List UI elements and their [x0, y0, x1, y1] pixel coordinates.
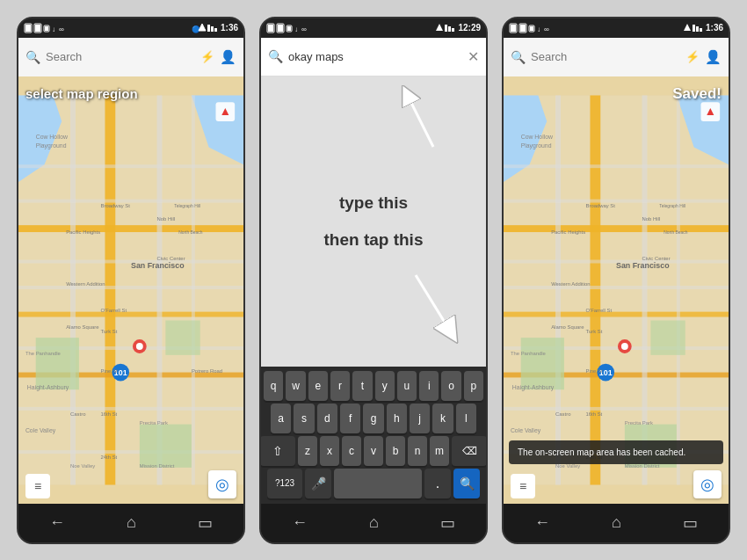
back-btn-middle[interactable]: ← — [292, 513, 308, 532]
key-c[interactable]: c — [342, 436, 361, 466]
key-l[interactable]: l — [456, 404, 476, 433]
search-input-right[interactable] — [531, 50, 680, 63]
key-h[interactable]: h — [387, 404, 407, 433]
key-k[interactable]: k — [432, 404, 453, 433]
svg-rect-11 — [207, 25, 210, 32]
map-overlay-label-left: select map region — [25, 85, 138, 103]
key-d[interactable]: d — [317, 404, 337, 433]
svg-text:↓: ↓ — [537, 25, 540, 33]
svg-rect-87 — [696, 26, 699, 32]
svg-text:Pacific Heights: Pacific Heights — [551, 229, 585, 235]
filter-icon-left: ⚡ — [200, 50, 214, 63]
svg-rect-66 — [278, 25, 283, 32]
main-container: ↓ ∞ 🔵 1:36 🔍 ⚡ 👤 — [0, 0, 747, 560]
svg-rect-68 — [287, 26, 291, 31]
svg-rect-73 — [448, 26, 451, 32]
key-q[interactable]: q — [264, 371, 283, 401]
key-g[interactable]: g — [363, 404, 383, 433]
svg-rect-86 — [693, 25, 695, 32]
home-btn-left[interactable]: ⌂ — [127, 513, 136, 532]
key-x[interactable]: x — [320, 436, 339, 466]
svg-text:▲: ▲ — [220, 105, 232, 118]
key-b[interactable]: b — [386, 436, 405, 466]
svg-text:Nob Hill: Nob Hill — [157, 216, 176, 222]
svg-text:Castro: Castro — [555, 411, 571, 416]
my-location-btn-right[interactable]: ◎ — [693, 470, 722, 498]
svg-text:Broadway St: Broadway St — [101, 203, 131, 208]
menu-btn-left[interactable]: ≡ — [25, 474, 50, 498]
svg-text:Turk St: Turk St — [586, 329, 603, 334]
status-icons-right: ↓ ∞ — [509, 22, 562, 34]
svg-rect-1 — [25, 25, 31, 32]
phone-left: ↓ ∞ 🔵 1:36 🔍 ⚡ 👤 — [17, 17, 245, 544]
my-location-btn-left[interactable]: ◎ — [208, 470, 236, 498]
svg-rect-29 — [36, 338, 79, 389]
key-t[interactable]: t — [352, 371, 372, 401]
bottom-nav-left: ← ⌂ ▭ — [18, 504, 243, 542]
key-r[interactable]: r — [330, 371, 350, 401]
svg-text:16th St: 16th St — [101, 411, 118, 416]
search-icon-middle: 🔍 — [268, 49, 283, 63]
key-f[interactable]: f — [340, 404, 360, 433]
svg-rect-74 — [452, 28, 454, 32]
svg-text:Turk St: Turk St — [101, 329, 118, 334]
svg-text:Cow Hollow: Cow Hollow — [36, 133, 68, 139]
svg-text:∞: ∞ — [301, 25, 307, 33]
svg-rect-102 — [504, 406, 729, 410]
svg-text:Cow Hollow: Cow Hollow — [521, 133, 553, 139]
key-backspace[interactable]: ⌫ — [452, 436, 487, 466]
search-input-middle[interactable] — [288, 50, 462, 63]
recents-btn-left[interactable]: ▭ — [198, 513, 213, 533]
key-shift[interactable]: ⇧ — [260, 436, 295, 466]
svg-rect-80 — [520, 25, 526, 32]
key-o[interactable]: o — [441, 371, 461, 401]
search-icon-left: 🔍 — [25, 50, 40, 64]
search-input-left[interactable] — [46, 50, 195, 63]
home-btn-middle[interactable]: ⌂ — [369, 513, 379, 532]
svg-text:The Panhandle: The Panhandle — [511, 350, 547, 355]
saved-label-right: Saved! — [672, 85, 722, 103]
arrow-down-annotation — [398, 266, 468, 349]
status-bar-left: ↓ ∞ 🔵 1:36 — [18, 18, 243, 38]
key-e[interactable]: e — [308, 371, 328, 401]
key-a[interactable]: a — [271, 404, 291, 433]
key-v[interactable]: v — [364, 436, 383, 466]
key-space[interactable] — [334, 469, 422, 498]
back-btn-left[interactable]: ← — [49, 513, 65, 532]
svg-rect-12 — [211, 26, 214, 32]
key-m[interactable]: m — [430, 436, 449, 466]
key-mic[interactable]: 🎤 — [305, 469, 331, 498]
svg-rect-5 — [45, 26, 48, 31]
key-period[interactable]: . — [424, 469, 451, 498]
key-y[interactable]: y — [375, 371, 395, 401]
svg-text:24th St: 24th St — [101, 455, 118, 460]
search-bar-left[interactable]: 🔍 ⚡ 👤 — [18, 38, 243, 76]
key-j[interactable]: j — [410, 404, 430, 433]
svg-rect-90 — [590, 95, 600, 484]
svg-rect-13 — [214, 28, 217, 32]
key-s[interactable]: s — [294, 404, 314, 433]
svg-text:Alamo Square: Alamo Square — [551, 324, 584, 330]
home-btn-right[interactable]: ⌂ — [612, 513, 621, 532]
svg-text:Telegraph Hill: Telegraph Hill — [659, 204, 685, 208]
key-u[interactable]: u — [397, 371, 417, 401]
menu-btn-right[interactable]: ≡ — [511, 474, 535, 498]
svg-rect-78 — [511, 25, 516, 32]
back-btn-right[interactable]: ← — [534, 513, 550, 532]
search-bar-middle[interactable]: 🔍 ✕ — [261, 38, 486, 76]
key-z[interactable]: z — [298, 436, 317, 466]
search-bar-right[interactable]: 🔍 ⚡ 👤 — [504, 38, 729, 76]
key-n[interactable]: n — [408, 436, 427, 466]
key-search[interactable]: 🔍 — [453, 469, 480, 498]
key-i[interactable]: i — [419, 371, 439, 401]
key-w[interactable]: w — [286, 371, 305, 401]
svg-text:Western Addition: Western Addition — [551, 281, 590, 287]
recents-btn-right[interactable]: ▭ — [683, 513, 698, 533]
recents-btn-middle[interactable]: ▭ — [440, 513, 455, 533]
status-bar-middle: ↓ ∞ 12:29 — [261, 18, 486, 38]
svg-text:Pacific Heights: Pacific Heights — [66, 229, 100, 235]
key-p[interactable]: p — [464, 371, 483, 401]
clear-icon-middle[interactable]: ✕ — [468, 48, 479, 65]
then-tap-label: then tap this — [324, 230, 424, 250]
key-num[interactable]: ?123 — [267, 469, 302, 498]
